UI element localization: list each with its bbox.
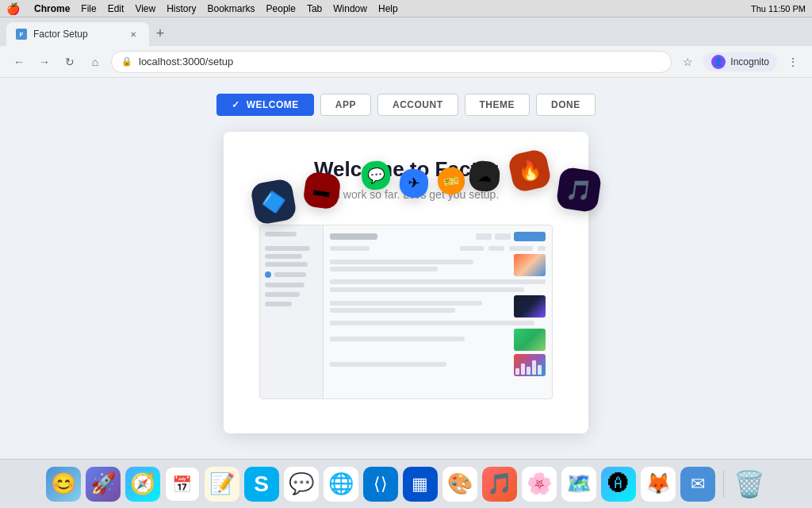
browser-tab[interactable]: F Factor Setup ✕ [6,22,149,46]
tab-bar: F Factor Setup ✕ + [0,17,812,46]
address-input[interactable]: 🔒 localhost:3000/setup [111,51,672,73]
dock-chrome[interactable]: 🌐 [324,467,358,502]
mockup-container: 🔷 ▬ 💬 ✈ 🎫 ☁ 🔥 [249,217,563,407]
page-content: ✓ WELCOME APP ACCOUNT THEME DONE Welcome… [0,78,812,508]
dock-slack[interactable]: 💬 [284,467,319,502]
dock-appstore[interactable]: 🅐 [601,467,636,502]
dock-calendar[interactable]: 📅 [165,467,200,502]
step-tab-done[interactable]: DONE [536,94,596,116]
dock-figma[interactable]: 🎨 [442,467,477,502]
dock-notes[interactable]: 📝 [205,467,239,502]
floating-icon-1: 🔷 [250,178,297,225]
floating-icon-7: 🔥 [508,148,553,194]
menu-bookmarks[interactable]: Bookmarks [208,3,255,14]
dock-launchpad[interactable]: 🚀 [86,467,121,502]
step-tab-app[interactable]: APP [320,94,371,116]
menu-chrome[interactable]: Chrome [34,3,70,14]
menu-file[interactable]: File [81,3,96,14]
dock-divider [723,470,724,498]
menu-window[interactable]: Window [333,3,367,14]
tab-title: Factor Setup [33,29,88,40]
step-tab-account[interactable]: ACCOUNT [377,94,458,116]
bookmark-button[interactable]: ☆ [678,52,697,71]
url-text: localhost:3000/setup [139,56,233,67]
dock-music[interactable]: 🎵 [482,467,517,502]
menu-items: Chrome File Edit View History Bookmarks … [34,3,398,14]
dock-safari[interactable]: 🧭 [125,467,160,502]
profile-button[interactable]: 👤 Incognito [703,52,777,71]
mockup-screen [259,225,553,399]
main-card: Welcome to Factor Good work so far. Let'… [224,132,588,433]
check-icon: ✓ [232,99,240,110]
tab-favicon: F [16,29,27,40]
menu-help[interactable]: Help [378,3,398,14]
tab-close-button[interactable]: ✕ [127,28,140,40]
menu-button[interactable]: ⋮ [783,52,802,71]
dock-vscode[interactable]: ⟨⟩ [363,467,398,502]
dock-photos[interactable]: 🌸 [522,467,557,502]
menu-bar: 🍎 Chrome File Edit View History Bookmark… [0,0,812,17]
floating-icon-8: 🎵 [556,167,603,214]
menu-right: Thu 11:50 PM [751,4,806,13]
dock-finder[interactable]: 😊 [46,467,81,502]
dock-trash[interactable]: 🗑️ [732,467,767,502]
floating-icon-2: ▬ [302,171,342,210]
menu-view[interactable]: View [135,3,155,14]
dock-firefox[interactable]: 🦊 [641,467,676,502]
dock-skype[interactable]: S [244,467,279,502]
dock-maps[interactable]: 🗺️ [561,467,596,502]
mockup-sidebar [260,225,324,398]
address-right-controls: ☆ 👤 Incognito ⋮ [678,52,802,71]
back-button[interactable]: ← [10,52,29,71]
security-icon: 🔒 [121,56,132,67]
step-tab-welcome[interactable]: ✓ WELCOME [216,94,314,116]
dock: 😊 🚀 🧭 📅 📝 S 💬 🌐 ⟨⟩ ▦ 🎨 🎵 🌸 🗺️ 🅐 🦊 ✉ 🗑️ [0,459,812,508]
floating-icon-3: 💬 [360,160,391,190]
forward-button[interactable]: → [35,52,54,71]
step-tabs: ✓ WELCOME APP ACCOUNT THEME DONE [216,94,595,116]
mockup-main [324,225,552,398]
menu-edit[interactable]: Edit [108,3,124,14]
dock-mail[interactable]: ✉ [680,467,715,502]
reload-button[interactable]: ↻ [60,52,79,71]
step-tab-theme[interactable]: THEME [465,94,530,116]
mockup-header [330,232,546,241]
apple-menu[interactable]: 🍎 [6,2,20,15]
menu-history[interactable]: History [167,3,196,14]
address-bar: ← → ↻ ⌂ 🔒 localhost:3000/setup ☆ 👤 Incog… [0,46,812,78]
floating-icon-6: ☁ [469,160,500,192]
home-button[interactable]: ⌂ [86,52,105,71]
menu-clock: Thu 11:50 PM [751,4,806,13]
browser-frame: F Factor Setup ✕ + ← → ↻ ⌂ 🔒 localhost:3… [0,17,812,508]
menu-people[interactable]: People [266,3,296,14]
profile-label: Incognito [730,56,769,67]
profile-icon: 👤 [711,55,726,69]
new-tab-button[interactable]: + [149,22,171,44]
dock-trello[interactable]: ▦ [403,467,438,502]
menu-tab[interactable]: Tab [307,3,322,14]
